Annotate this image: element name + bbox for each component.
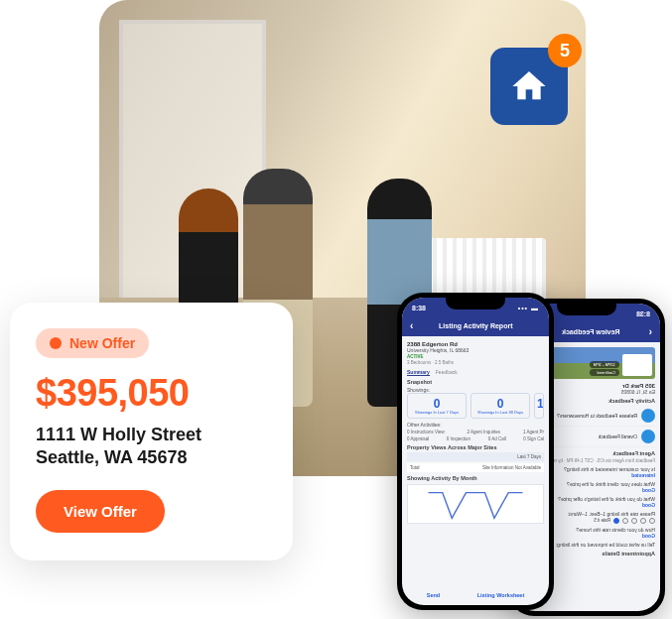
share-icon xyxy=(641,409,655,423)
photo-thumbnail xyxy=(622,354,652,376)
house-icon xyxy=(509,66,549,106)
property-views-label: Property Views Across Major Sites xyxy=(407,444,544,450)
app-icon-badge[interactable]: 5 xyxy=(490,48,568,125)
listing-meta: 3 Bedrooms · 2.5 Baths xyxy=(407,360,544,365)
offer-price: $395,050 xyxy=(36,372,267,415)
act-r2d: 0 Sign Cal xyxy=(523,436,544,441)
phone-front: 8:38 ••• ▬ ‹ Listing Activity Report 238… xyxy=(397,293,554,610)
status-dot-icon xyxy=(50,337,62,349)
phone-front-screen: 8:38 ••• ▬ ‹ Listing Activity Report 238… xyxy=(402,298,549,605)
header-spacer xyxy=(534,320,545,331)
act-r1b: 2 Agent Inquiries xyxy=(468,430,501,434)
phone-front-title: Listing Activity Report xyxy=(439,322,512,329)
new-offer-label: New Offer xyxy=(69,335,135,351)
offer-address-line2: Seattle, WA 45678 xyxy=(36,447,267,468)
stat1-value: 0 xyxy=(410,397,464,411)
act-r2a: 0 Appraisal xyxy=(407,436,429,441)
act-r2b: 0 Inspection xyxy=(447,436,470,441)
listing-status: ACTIVE xyxy=(407,354,544,359)
back-chevron-icon[interactable]: ‹ xyxy=(406,320,417,331)
stat3-value: 1 xyxy=(537,397,541,411)
new-offer-pill: New Offer xyxy=(36,328,149,358)
status-time: 8:38 xyxy=(412,305,426,311)
views-total-row: Total Site Information Not Available xyxy=(407,463,544,472)
tabs: Summary Feedback xyxy=(407,369,544,376)
monthly-activity-label: Showing Activity By Month xyxy=(407,475,544,481)
stat-partial: 1 xyxy=(534,393,544,419)
snapshot-label: Snapshot xyxy=(407,379,544,385)
stat-boxes: 0 Showings In Last 7 Days 0 Showings In … xyxy=(407,393,544,419)
stat1-label: Showings In Last 7 Days xyxy=(410,411,464,415)
phone-back-title: Review Feedback xyxy=(562,328,619,335)
notification-count-badge: 5 xyxy=(548,34,582,67)
feedback-icon xyxy=(641,430,655,443)
offer-card: New Offer $395,050 1111 W Holly Street S… xyxy=(10,303,293,560)
phone-front-header: ‹ Listing Activity Report xyxy=(402,315,549,336)
views-last7: Last 7 Days xyxy=(517,454,541,459)
status-tag: Confirmed xyxy=(590,369,619,376)
act-r1a: 0 Instructions View xyxy=(407,430,445,434)
act-r2c: 0 Ad Call xyxy=(488,436,506,441)
views-total: Total xyxy=(410,465,420,470)
status-indicators-icon: ••• ▬ xyxy=(518,305,539,311)
tab-summary[interactable]: Summary xyxy=(407,369,430,376)
offer-address-line1: 1111 W Holly Street xyxy=(36,425,267,445)
status-time: 8:38 xyxy=(636,310,650,317)
stat2-label: Showings In Last 30 Days xyxy=(473,411,527,415)
phone-front-body: 2388 Edgerton Rd University Heights, IL … xyxy=(402,336,549,529)
views-info: Site Information Not Available xyxy=(482,465,541,470)
stat-showings-7d: 0 Showings In Last 7 Days xyxy=(407,393,467,419)
stat-showings-30d: 0 Showings In Last 30 Days xyxy=(470,393,530,419)
view-offer-button[interactable]: View Offer xyxy=(36,490,165,533)
front-address-line2: University Heights, IL 68663 xyxy=(407,347,544,353)
phone-footer: Send Listing Worksheet xyxy=(402,589,549,601)
q4-answer: Rate it 5 xyxy=(594,518,610,524)
phone-previews: 8:38 ••• ▬ ‹ Review Feedback 🎤 12PM - 1P… xyxy=(397,293,670,619)
other-activities-label: Other Activities: xyxy=(407,422,544,428)
views-header-row: Last 7 Days xyxy=(407,452,544,461)
activity-chart xyxy=(407,484,544,524)
footer-send-button[interactable]: Send xyxy=(427,592,440,598)
overall-feedback-label: Overall Feedback xyxy=(599,433,637,439)
footer-worksheet-button[interactable]: Listing Worksheet xyxy=(477,592,525,598)
tab-feedback[interactable]: Feedback xyxy=(436,369,458,376)
back-chevron-icon[interactable]: ‹ xyxy=(645,326,656,337)
time-tag: 12PM - 1PM xyxy=(590,361,619,368)
act-r1c: 1 Agent Pr xyxy=(523,430,544,434)
stat2-value: 0 xyxy=(473,397,527,411)
release-feedback-label: Release Feedback to Homeowners? xyxy=(557,413,637,419)
